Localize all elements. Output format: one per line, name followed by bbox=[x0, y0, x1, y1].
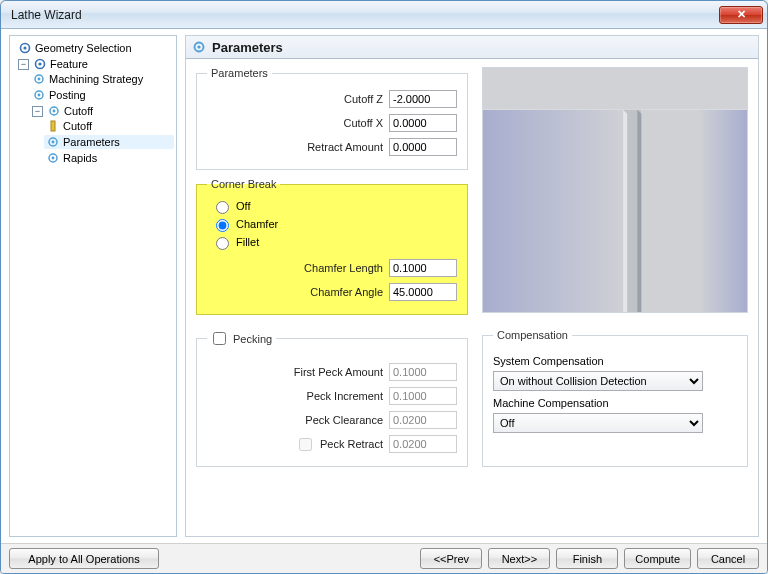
peck-increment-label: Peck Increment bbox=[307, 390, 383, 402]
cutoff-x-label: Cutoff X bbox=[343, 117, 383, 129]
wizard-window: Lathe Wizard ✕ Geometry Selection bbox=[0, 0, 768, 574]
close-button[interactable]: ✕ bbox=[719, 6, 763, 24]
gear-icon bbox=[46, 135, 60, 149]
system-comp-label: System Compensation bbox=[493, 355, 737, 367]
window-title: Lathe Wizard bbox=[11, 8, 82, 22]
cutoff-z-label: Cutoff Z bbox=[344, 93, 383, 105]
toolpath-preview bbox=[482, 67, 748, 313]
tree-item-geometry-selection[interactable]: Geometry Selection bbox=[16, 41, 174, 55]
tree-item-cutoff-group[interactable]: − Cutoff bbox=[30, 104, 174, 118]
radio-chamfer-input[interactable] bbox=[216, 219, 229, 232]
tree-label: Cutoff bbox=[63, 120, 92, 132]
titlebar: Lathe Wizard ✕ bbox=[1, 1, 767, 29]
radio-chamfer[interactable]: Chamfer bbox=[211, 216, 457, 232]
gear-icon bbox=[33, 57, 47, 71]
gear-icon bbox=[32, 88, 46, 102]
footer: Apply to All Operations <<Prev Next>> Fi… bbox=[1, 543, 767, 573]
machine-comp-label: Machine Compensation bbox=[493, 397, 737, 409]
tree-item-rapids[interactable]: Rapids bbox=[44, 151, 174, 165]
chamfer-length-label: Chamfer Length bbox=[304, 262, 383, 274]
machine-comp-select[interactable]: Off bbox=[493, 413, 703, 433]
system-comp-select[interactable]: On without Collision Detection bbox=[493, 371, 703, 391]
svg-point-14 bbox=[52, 157, 55, 160]
radio-off[interactable]: Off bbox=[211, 198, 457, 214]
nav-tree: Geometry Selection − Feature Machin bbox=[9, 35, 177, 537]
tree-item-feature[interactable]: − Feature bbox=[16, 57, 174, 71]
cancel-button[interactable]: Cancel bbox=[697, 548, 759, 569]
tree-item-posting[interactable]: Posting bbox=[30, 88, 174, 102]
chamfer-angle-input[interactable] bbox=[389, 283, 457, 301]
group-legend: Parameters bbox=[207, 67, 272, 79]
svg-point-7 bbox=[38, 94, 41, 97]
tree-label: Machining Strategy bbox=[49, 73, 143, 85]
next-button[interactable]: Next>> bbox=[488, 548, 550, 569]
peck-retract-checkbox[interactable] bbox=[299, 438, 312, 451]
peck-clearance-input[interactable] bbox=[389, 411, 457, 429]
group-parameters: Parameters Cutoff Z Cutoff X Retract Amo… bbox=[196, 67, 468, 170]
tree-label: Posting bbox=[49, 89, 86, 101]
panel-title: Parameters bbox=[212, 40, 283, 55]
peck-retract-input[interactable] bbox=[389, 435, 457, 453]
gear-icon bbox=[47, 104, 61, 118]
finish-button[interactable]: Finish bbox=[556, 548, 618, 569]
tree-label: Cutoff bbox=[64, 105, 93, 117]
tree-label: Parameters bbox=[63, 136, 120, 148]
first-peck-label: First Peck Amount bbox=[294, 366, 383, 378]
gear-icon bbox=[46, 151, 60, 165]
radio-fillet[interactable]: Fillet bbox=[211, 234, 457, 250]
svg-point-3 bbox=[38, 62, 41, 65]
compute-button[interactable]: Compute bbox=[624, 548, 691, 569]
tree-label: Rapids bbox=[63, 152, 97, 164]
close-icon: ✕ bbox=[737, 8, 746, 21]
group-corner-break: Corner Break Off Chamfer Fillet Chamfer … bbox=[196, 178, 468, 315]
retract-amount-input[interactable] bbox=[389, 138, 457, 156]
peck-increment-input[interactable] bbox=[389, 387, 457, 405]
gear-icon bbox=[18, 41, 32, 55]
svg-rect-18 bbox=[483, 68, 747, 110]
group-pecking: Pecking First Peck Amount Peck Increment… bbox=[196, 329, 468, 467]
collapse-icon[interactable]: − bbox=[18, 59, 29, 70]
retract-amount-label: Retract Amount bbox=[307, 141, 383, 153]
peck-retract-label: Peck Retract bbox=[320, 438, 383, 450]
panel-header: Parameters bbox=[185, 35, 759, 59]
group-compensation: Compensation System Compensation On with… bbox=[482, 329, 748, 467]
prev-button[interactable]: <<Prev bbox=[420, 548, 482, 569]
svg-point-16 bbox=[197, 45, 200, 48]
svg-point-9 bbox=[53, 110, 56, 113]
pecking-checkbox[interactable] bbox=[213, 332, 226, 345]
pecking-label: Pecking bbox=[233, 333, 272, 345]
tree-item-parameters[interactable]: Parameters bbox=[44, 135, 174, 149]
pecking-checkbox-row[interactable]: Pecking bbox=[207, 329, 276, 348]
radio-off-input[interactable] bbox=[216, 201, 229, 214]
collapse-icon[interactable]: − bbox=[32, 106, 43, 117]
tree-item-machining-strategy[interactable]: Machining Strategy bbox=[30, 72, 174, 86]
svg-rect-10 bbox=[51, 121, 55, 131]
tree-label: Geometry Selection bbox=[35, 42, 132, 54]
peck-clearance-label: Peck Clearance bbox=[305, 414, 383, 426]
apply-all-button[interactable]: Apply to All Operations bbox=[9, 548, 159, 569]
first-peck-input[interactable] bbox=[389, 363, 457, 381]
radio-fillet-input[interactable] bbox=[216, 237, 229, 250]
tool-icon bbox=[46, 119, 60, 133]
svg-point-5 bbox=[38, 78, 41, 81]
gear-icon bbox=[32, 72, 46, 86]
tree-label: Feature bbox=[50, 58, 88, 70]
gear-icon bbox=[192, 40, 206, 54]
group-legend: Compensation bbox=[493, 329, 572, 341]
cutoff-z-input[interactable] bbox=[389, 90, 457, 108]
cutoff-x-input[interactable] bbox=[389, 114, 457, 132]
svg-point-12 bbox=[52, 141, 55, 144]
chamfer-angle-label: Chamfer Angle bbox=[310, 286, 383, 298]
svg-point-1 bbox=[23, 46, 26, 49]
main-panel: Parameters Parameters Cutoff Z Cutoff X bbox=[185, 35, 759, 537]
tree-item-cutoff[interactable]: Cutoff bbox=[44, 119, 174, 133]
group-legend: Corner Break bbox=[207, 178, 280, 190]
chamfer-length-input[interactable] bbox=[389, 259, 457, 277]
